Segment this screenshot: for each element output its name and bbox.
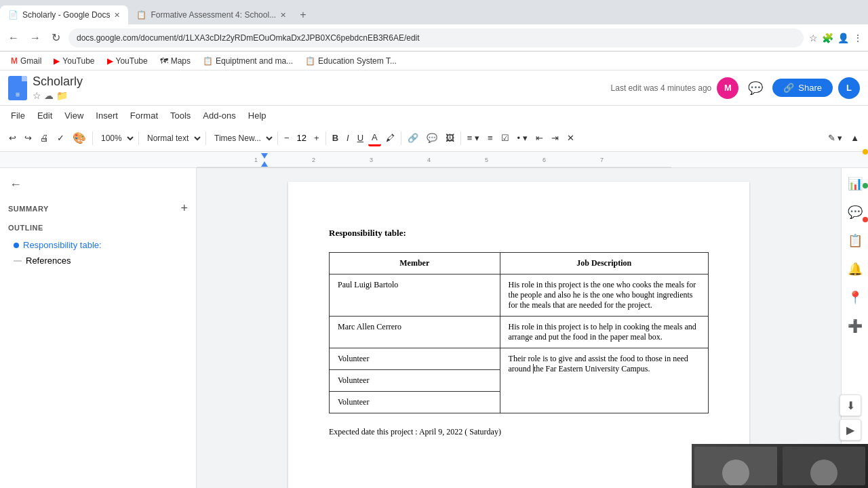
member-3[interactable]: Volunteer: [330, 348, 500, 370]
bookmark-star-icon[interactable]: ☆: [809, 33, 818, 43]
print-button[interactable]: 🖨: [37, 131, 52, 145]
italic-button[interactable]: I: [343, 131, 353, 145]
paint-format-button[interactable]: 🎨: [69, 129, 90, 146]
bookmark-gmail[interactable]: M Gmail: [5, 55, 47, 67]
doc-footer[interactable]: Expected date this project : April 9, 20…: [329, 427, 709, 437]
summary-add-button[interactable]: +: [180, 201, 188, 216]
bookmark-maps[interactable]: 🗺 Maps: [155, 55, 196, 67]
menu-tools[interactable]: Tools: [165, 108, 196, 123]
document-area[interactable]: Responsibility table: Member Job Descrip…: [197, 168, 841, 488]
doc-action-button[interactable]: ⬇: [840, 394, 861, 416]
menu-file[interactable]: File: [5, 108, 31, 123]
table-row-3: Volunteer Their role is to give and assi…: [330, 348, 709, 370]
text-color-button[interactable]: A: [368, 130, 381, 146]
doc-heading[interactable]: Responsibility table:: [329, 228, 709, 239]
font-size-decrease[interactable]: −: [281, 131, 293, 145]
style-select[interactable]: Normal text: [142, 131, 203, 145]
comments-icon[interactable]: 💬: [744, 78, 767, 98]
forward-button[interactable]: →: [27, 29, 43, 47]
rs-map-icon[interactable]: 📍: [845, 287, 865, 308]
bold-button[interactable]: B: [329, 131, 342, 145]
doc-title[interactable]: Scholarly: [33, 75, 83, 89]
youtube-icon2: ▶: [107, 56, 113, 66]
undo-button[interactable]: ↩: [5, 131, 20, 145]
member-5[interactable]: Volunteer: [330, 392, 500, 413]
user-avatar-m[interactable]: M: [717, 77, 738, 99]
menu-insert[interactable]: Insert: [90, 108, 123, 123]
zoom-select[interactable]: 100%: [96, 131, 136, 145]
member-2[interactable]: Marc Allen Cerrero: [330, 317, 500, 348]
more-options-icon[interactable]: ⋮: [853, 33, 863, 43]
last-edit-link[interactable]: Last edit was 4 minutes ago: [611, 83, 712, 93]
comment-button[interactable]: 💬: [423, 131, 441, 145]
user-avatar-blue[interactable]: L: [838, 77, 860, 99]
rs-bell-icon[interactable]: 🔔: [845, 259, 865, 279]
menu-help[interactable]: Help: [243, 108, 272, 123]
align-button[interactable]: ≡ ▾: [464, 131, 483, 145]
menu-view[interactable]: View: [59, 108, 89, 123]
link-button[interactable]: 🔗: [404, 131, 422, 145]
desc-1[interactable]: His role in this project is the one who …: [500, 274, 708, 317]
redo-button[interactable]: ↪: [21, 131, 35, 145]
numbered-list-button[interactable]: ≡: [484, 131, 496, 145]
bookmark-youtube1[interactable]: ▶ YouTube: [48, 55, 100, 67]
checkbox-list-button[interactable]: ☑: [498, 131, 513, 145]
tab1-label: Scholarly - Google Docs: [22, 10, 110, 20]
new-tab-button[interactable]: +: [294, 9, 311, 21]
col-description: Job Description: [500, 253, 708, 274]
menu-edit[interactable]: Edit: [32, 108, 58, 123]
bookmark-education[interactable]: 📋 Education System T...: [300, 55, 402, 67]
rs-clipboard-icon[interactable]: 📋: [845, 230, 865, 251]
svg-marker-9: [261, 161, 268, 167]
maps-icon: 🗺: [160, 56, 168, 66]
sidebar-item-responsibility[interactable]: Responsibility table:: [8, 237, 188, 253]
url-input[interactable]: [68, 28, 804, 47]
rs-chart-icon[interactable]: 📊: [845, 174, 865, 194]
rs-comment-icon[interactable]: 💬: [845, 202, 865, 222]
desc-2[interactable]: His role in this project is to help in c…: [500, 317, 708, 348]
menu-format[interactable]: Format: [125, 108, 163, 123]
spellcheck-button[interactable]: ✓: [54, 131, 68, 145]
bookmark-youtube2[interactable]: ▶ YouTube: [102, 55, 153, 67]
share-button[interactable]: 🔗 Share: [772, 79, 833, 97]
red-indicator: [863, 217, 868, 222]
star-icon[interactable]: ☆: [33, 90, 41, 101]
outline-bullet-1: [14, 243, 19, 248]
member-1[interactable]: Paul Luigi Bartolo: [330, 274, 500, 317]
font-select[interactable]: Times New...: [209, 131, 275, 145]
font-size-increase[interactable]: +: [311, 131, 323, 145]
active-tab[interactable]: 📄 Scholarly - Google Docs ✕: [0, 5, 128, 24]
tab1-favicon: 📄: [8, 10, 18, 20]
tab1-close[interactable]: ✕: [114, 11, 120, 20]
expand-button[interactable]: ▶: [840, 419, 861, 441]
sidebar-item-references[interactable]: References: [8, 253, 188, 268]
svg-text:2: 2: [312, 157, 315, 163]
image-button[interactable]: 🖼: [442, 131, 458, 145]
tab2-close[interactable]: ✕: [280, 11, 286, 20]
sidebar-item-label-1: Responsibility table:: [23, 240, 102, 250]
inactive-tab[interactable]: 📋 Formative Assessment 4: School... ✕: [128, 5, 294, 24]
desc-3[interactable]: Their role is to give and assist the foo…: [500, 348, 708, 413]
docs-logo: ≡: [8, 76, 27, 100]
back-button[interactable]: ←: [5, 29, 22, 47]
underline-button[interactable]: U: [354, 131, 367, 145]
folder-icon[interactable]: 📁: [56, 90, 68, 101]
highlight-button[interactable]: 🖍: [382, 131, 398, 145]
account-icon[interactable]: 👤: [837, 33, 849, 43]
collapse-toolbar-button[interactable]: ▲: [847, 131, 863, 145]
rs-add-icon[interactable]: ➕: [845, 316, 865, 336]
tab2-favicon: 📋: [136, 10, 146, 20]
indent-less-button[interactable]: ⇤: [532, 131, 547, 145]
bookmark-maps-label: Maps: [171, 56, 191, 66]
bulleted-list-button[interactable]: • ▾: [514, 131, 531, 145]
indent-more-button[interactable]: ⇥: [548, 131, 562, 145]
refresh-button[interactable]: ↻: [49, 28, 63, 47]
menu-addons[interactable]: Add-ons: [197, 108, 241, 123]
member-4[interactable]: Volunteer: [330, 370, 500, 392]
clear-formatting-button[interactable]: ✕: [564, 131, 578, 145]
extension-icon[interactable]: 🧩: [822, 33, 833, 43]
sidebar-item-label-2: References: [26, 256, 71, 266]
edit-mode-button[interactable]: ✎ ▾: [825, 131, 846, 145]
bookmark-equiptment[interactable]: 📋 Equiptment and ma...: [197, 55, 298, 67]
sidebar-back-button[interactable]: ←: [8, 176, 23, 193]
